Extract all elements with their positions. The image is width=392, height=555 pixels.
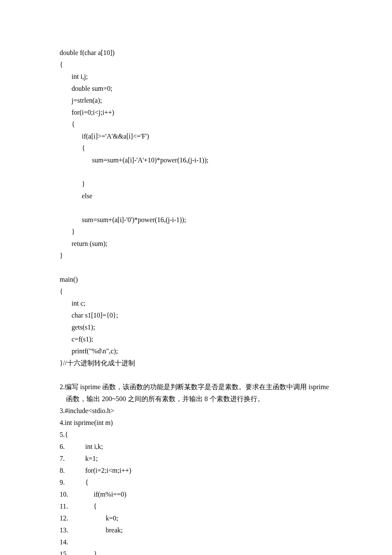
code-line: } — [60, 226, 332, 238]
code-line: 4.int isprime(int m) — [60, 417, 332, 429]
code-line: for(i=0;i<j;i++) — [60, 107, 332, 119]
code-line: 3.#include<stdio.h> — [60, 405, 332, 417]
spacer — [60, 369, 332, 381]
code-line: { — [60, 142, 332, 154]
code-line — [60, 202, 332, 214]
code-line: { — [60, 59, 332, 71]
page: double f(char a[10]){ int i,j; double su… — [0, 0, 392, 555]
code-line: { — [60, 119, 332, 130]
code-line: printf("%d\n",c); — [60, 345, 332, 357]
code-line: { — [60, 286, 332, 298]
code-line: sum=sum+(a[i]-'A'+10)*power(16,(j-i-1)); — [60, 154, 332, 166]
code-line: 13. break; — [60, 524, 332, 536]
code-line: main() — [60, 274, 332, 286]
problem-2-line-2: 函数，输出 200~500 之间的所有素数，并输出 8 个素数进行换行。 — [60, 393, 332, 405]
code-line: 10. if(m%i==0) — [60, 489, 332, 500]
problem-2-line-1: 2.编写 isprime 函数，该函数的功能是判断某数字是否是素数。要求在主函数… — [60, 381, 332, 393]
code-line: 11. { — [60, 500, 332, 512]
code-line: 12. k=0; — [60, 512, 332, 524]
code-line: c=f(s1); — [60, 333, 332, 345]
code-line: 9. { — [60, 477, 332, 489]
code-line: double sum=0; — [60, 83, 332, 95]
code-line: int c; — [60, 298, 332, 309]
code-line: int i,j; — [60, 71, 332, 83]
code-line: return (sum); — [60, 238, 332, 250]
code-line — [60, 262, 332, 274]
code-line: if(a[i]>='A'&&a[i]<='F') — [60, 130, 332, 142]
code-line: 7. k=1; — [60, 453, 332, 465]
code-line: } — [60, 178, 332, 190]
code-line: sum=sum+(a[i]-'0')*power(16,(j-i-1)); — [60, 214, 332, 226]
code-line: double f(char a[10]) — [60, 47, 332, 59]
code-line: } — [60, 250, 332, 262]
code-line: }//十六进制转化成十进制 — [60, 357, 332, 369]
code-line — [60, 166, 332, 178]
code-line: char s1[10]={0}; — [60, 309, 332, 321]
code-block-2: 3.#include<stdio.h>4.int isprime(int m)5… — [60, 405, 332, 555]
code-line: 8. for(i=2;i<m;i++) — [60, 465, 332, 477]
code-line: 14. — [60, 536, 332, 548]
code-line: j=strlen(a); — [60, 95, 332, 107]
code-line: 15. } — [60, 548, 332, 555]
code-block-1: double f(char a[10]){ int i,j; double su… — [60, 47, 332, 369]
code-line: 6. int i,k; — [60, 441, 332, 453]
code-line: 5.{ — [60, 429, 332, 441]
code-line: else — [60, 190, 332, 202]
code-line: gets(s1); — [60, 321, 332, 333]
